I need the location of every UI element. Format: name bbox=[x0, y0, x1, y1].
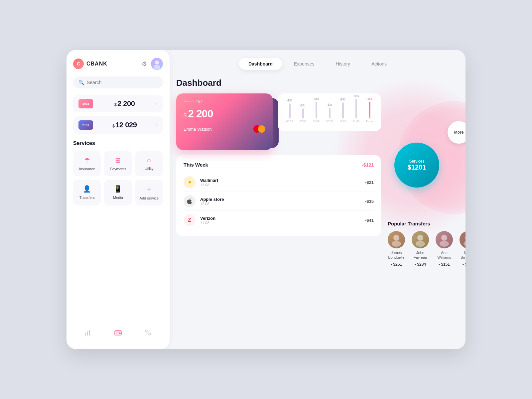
card-thumb-2101: 2101 bbox=[78, 120, 93, 130]
walmart-info: Wallmart 12.08 bbox=[200, 178, 360, 187]
utility-icon: ⌂ bbox=[147, 156, 151, 164]
chart-bar-6 bbox=[355, 99, 357, 118]
chart-bar-4 bbox=[329, 108, 331, 118]
insurance-icon: ☂ bbox=[84, 156, 90, 164]
credit-card-back bbox=[199, 98, 279, 148]
chevron-right-icon-2: › bbox=[156, 122, 158, 128]
settings-icon[interactable]: ⚙ bbox=[142, 60, 147, 67]
transfers-icon: 👤 bbox=[83, 185, 91, 193]
card-top-row: **** 1902 bbox=[184, 100, 265, 104]
services-section: Services ☂ Insurance ⊞ Payments ⌂ Utilit… bbox=[73, 140, 163, 205]
dashboard-title: Dashboard bbox=[176, 78, 381, 88]
services-title: Services bbox=[73, 140, 163, 146]
sidebar-header: C CBANK ⚙ bbox=[73, 58, 163, 70]
svg-point-20 bbox=[440, 241, 449, 247]
ann-avatar bbox=[436, 231, 453, 248]
transaction-verizon[interactable]: Z Verizon 11.08 -$41 bbox=[184, 211, 374, 229]
sidebar: C CBANK ⚙ bbox=[66, 50, 170, 349]
wallet-nav-icon[interactable] bbox=[114, 329, 122, 338]
chart-col-4: -$33 09.08 bbox=[325, 103, 334, 123]
svg-rect-5 bbox=[89, 330, 90, 335]
card-amount: $ 2 200 bbox=[184, 108, 265, 120]
service-media[interactable]: 📱 Media bbox=[104, 180, 132, 205]
svg-point-14 bbox=[392, 241, 401, 247]
mc-yellow-circle bbox=[258, 125, 265, 133]
bubble-chart: Electronics $1392 Services $1201 Travel … bbox=[388, 91, 466, 217]
chart-col-6: -$65 11.08 bbox=[351, 94, 361, 123]
svg-rect-3 bbox=[85, 333, 86, 335]
svg-point-13 bbox=[393, 235, 399, 241]
chart-bar-2 bbox=[302, 108, 304, 118]
main-content: Dashboard Expenses History Actions Dashb… bbox=[170, 50, 466, 349]
svg-point-1 bbox=[155, 61, 159, 65]
svg-rect-8 bbox=[119, 332, 121, 334]
verizon-info: Verizon 11.08 bbox=[200, 216, 360, 225]
right-column: Electronics $1392 Services $1201 Travel … bbox=[388, 78, 466, 342]
svg-point-19 bbox=[441, 235, 447, 241]
card-chart-row: **** 1902 $ 2 200 Emma Watson bbox=[176, 93, 381, 150]
service-utility[interactable]: ⌂ Utility bbox=[135, 151, 163, 176]
transaction-apple[interactable]: Apple store 12.08 -$35 bbox=[184, 192, 374, 211]
card-balance-2101: $ 12 029 bbox=[112, 121, 137, 129]
media-icon: 📱 bbox=[114, 185, 122, 193]
tab-dashboard[interactable]: Dashboard bbox=[239, 58, 282, 70]
chart-col-1: -$51 06.08 bbox=[285, 99, 295, 123]
top-nav: Dashboard Expenses History Actions bbox=[170, 50, 466, 78]
search-box[interactable]: 🔍 bbox=[73, 76, 163, 88]
chart-bar-5 bbox=[342, 102, 344, 118]
chevron-right-icon: › bbox=[156, 101, 158, 106]
logo-icon: C bbox=[73, 59, 84, 69]
transfer-james[interactable]: JamesBonduelle - $251 bbox=[388, 231, 405, 267]
transfer-ann[interactable]: AnnWilliams - $151 bbox=[436, 231, 453, 267]
cards-section: 1902 $ 2 200 › 2101 $ 12 029 › bbox=[73, 95, 163, 134]
this-week-total: -$121 bbox=[362, 162, 374, 168]
chart-bars: -$51 06.08 -$31 07.08 -$56 bbox=[285, 99, 374, 123]
transaction-walmart[interactable]: ✦ Wallmart 12.08 -$21 bbox=[184, 173, 374, 192]
chart-col-5: -$52 10.08 bbox=[338, 98, 348, 123]
spending-chart: -$51 06.08 -$31 07.08 -$56 bbox=[278, 93, 381, 131]
card-bottom-row: Emma Watson bbox=[184, 125, 265, 133]
card-holder: Emma Watson bbox=[184, 127, 212, 132]
chart-col-3: -$56 08.08 bbox=[311, 97, 321, 123]
transfers-row: JamesBonduelle - $251 bbox=[388, 231, 466, 267]
chart-col-2: -$31 07.08 bbox=[298, 104, 308, 123]
bubble-services: Services $1201 bbox=[394, 143, 439, 188]
avatar[interactable] bbox=[151, 58, 163, 70]
tab-history[interactable]: History bbox=[327, 58, 360, 70]
add-service-icon: + bbox=[147, 185, 151, 194]
svg-point-9 bbox=[145, 330, 147, 332]
card-number: **** 1902 bbox=[184, 100, 203, 104]
credit-card-container: **** 1902 $ 2 200 Emma Watson bbox=[176, 93, 273, 150]
search-icon: 🔍 bbox=[78, 80, 84, 85]
chart-bar-1 bbox=[289, 103, 291, 118]
chart-bar-3 bbox=[316, 102, 317, 118]
svg-rect-4 bbox=[87, 332, 88, 335]
mastercard-logo bbox=[253, 125, 265, 133]
transfer-john[interactable]: JohnFavreau - $234 bbox=[412, 231, 429, 267]
left-column: Dashboard **** 1902 $ 2 200 bbox=[176, 78, 381, 342]
payments-icon: ⊞ bbox=[115, 156, 121, 164]
search-input[interactable] bbox=[87, 80, 158, 85]
chart-bar-today bbox=[369, 102, 370, 118]
tab-actions[interactable]: Actions bbox=[362, 58, 396, 70]
service-add[interactable]: + Add service bbox=[135, 180, 163, 205]
account-card-2101[interactable]: 2101 $ 12 029 › bbox=[73, 116, 163, 134]
header-icons: ⚙ bbox=[142, 58, 163, 70]
apple-logo bbox=[184, 195, 196, 207]
service-insurance[interactable]: ☂ Insurance bbox=[73, 151, 101, 176]
percent-nav-icon[interactable] bbox=[144, 329, 152, 338]
card-balance-1902: $ 2 200 bbox=[114, 99, 135, 108]
dashboard-main: Dashboard **** 1902 $ 2 200 bbox=[170, 78, 466, 349]
account-card-1902[interactable]: 1902 $ 2 200 › bbox=[73, 95, 163, 112]
svg-point-2 bbox=[154, 65, 160, 69]
tab-expenses[interactable]: Expenses bbox=[285, 58, 324, 70]
service-transfers[interactable]: 👤 Transfers bbox=[73, 180, 101, 205]
transactions-section: This Week -$121 ✦ Wallmart 12.08 -$21 bbox=[176, 155, 381, 236]
chart-col-today: -$55 Today bbox=[364, 97, 374, 123]
card-thumb-1902: 1902 bbox=[78, 99, 93, 108]
service-payments[interactable]: ⊞ Payments bbox=[104, 151, 132, 176]
svg-point-21 bbox=[460, 231, 466, 248]
transfer-mary[interactable]: MarySmithson - $105 bbox=[460, 231, 466, 267]
apple-info: Apple store 12.08 bbox=[200, 197, 360, 206]
chart-nav-icon[interactable] bbox=[84, 329, 92, 338]
